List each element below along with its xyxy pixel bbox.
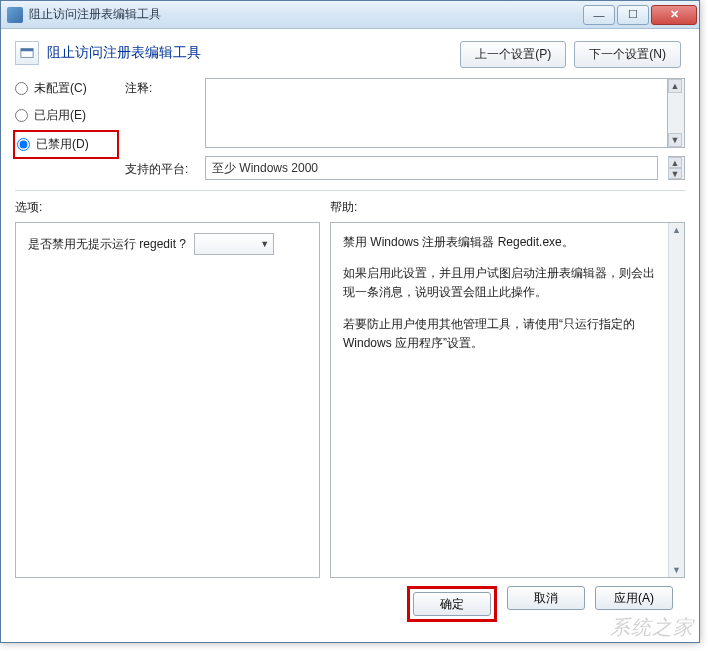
dialog-footer: 确定 取消 应用(A): [15, 578, 685, 632]
options-combobox[interactable]: ▼: [194, 233, 274, 255]
help-paragraph-3: 若要防止用户使用其他管理工具，请使用“只运行指定的 Windows 应用程序”设…: [343, 315, 656, 353]
platform-value: 至少 Windows 2000: [212, 160, 318, 177]
section-labels: 选项: 帮助:: [15, 199, 685, 216]
header-left: 阻止访问注册表编辑工具: [15, 41, 201, 65]
maximize-button[interactable]: ☐: [617, 5, 649, 25]
comment-row: 注释: ▲ ▼: [125, 78, 685, 148]
comment-textarea[interactable]: [205, 78, 668, 148]
comment-wrap: ▲ ▼: [205, 78, 685, 148]
chevron-down-icon: ▼: [260, 239, 269, 249]
meta-column: 注释: ▲ ▼ 支持的平台: 至少 Windows 2000: [125, 78, 685, 180]
scroll-down-icon[interactable]: ▼: [672, 565, 681, 575]
platform-row: 支持的平台: 至少 Windows 2000 ▲ ▼: [125, 156, 685, 180]
radio-enabled-label: 已启用(E): [34, 107, 86, 124]
help-scrollbar[interactable]: ▲ ▼: [668, 223, 684, 577]
separator: [15, 190, 685, 191]
close-button[interactable]: ✕: [651, 5, 697, 25]
scroll-up-icon[interactable]: ▲: [668, 79, 682, 93]
policy-icon: [15, 41, 39, 65]
scroll-down-icon[interactable]: ▼: [668, 133, 682, 147]
header-row: 阻止访问注册表编辑工具 上一个设置(P) 下一个设置(N): [15, 41, 685, 68]
state-radio-group: 未配置(C) 已启用(E) 已禁用(D): [15, 78, 115, 155]
help-panel: 禁用 Windows 注册表编辑器 Regedit.exe。 如果启用此设置，并…: [330, 222, 685, 578]
window-title: 阻止访问注册表编辑工具: [29, 6, 583, 23]
radio-disabled[interactable]: 已禁用(D): [17, 136, 113, 153]
platform-display: 至少 Windows 2000: [205, 156, 658, 180]
policy-title: 阻止访问注册表编辑工具: [47, 44, 201, 62]
options-section-label: 选项:: [15, 199, 330, 216]
radio-disabled-input[interactable]: [17, 138, 30, 151]
radio-disabled-label: 已禁用(D): [36, 136, 89, 153]
app-icon: [7, 7, 23, 23]
radio-enabled[interactable]: 已启用(E): [15, 107, 115, 124]
ok-highlight: 确定: [407, 586, 497, 622]
radio-not-configured-label: 未配置(C): [34, 80, 87, 97]
titlebar: 阻止访问注册表编辑工具 — ☐ ✕: [1, 1, 699, 29]
window-controls: — ☐ ✕: [583, 5, 697, 25]
help-paragraph-1: 禁用 Windows 注册表编辑器 Regedit.exe。: [343, 233, 656, 252]
options-question-row: 是否禁用无提示运行 regedit ? ▼: [28, 233, 307, 255]
help-panel-inner: 禁用 Windows 注册表编辑器 Regedit.exe。 如果启用此设置，并…: [331, 223, 668, 577]
prev-setting-button[interactable]: 上一个设置(P): [460, 41, 566, 68]
help-paragraph-2: 如果启用此设置，并且用户试图启动注册表编辑器，则会出现一条消息，说明设置会阻止此…: [343, 264, 656, 302]
nav-buttons: 上一个设置(P) 下一个设置(N): [460, 41, 681, 68]
selected-highlight: 已禁用(D): [13, 130, 119, 159]
minimize-button[interactable]: —: [583, 5, 615, 25]
ok-button[interactable]: 确定: [413, 592, 491, 616]
apply-button[interactable]: 应用(A): [595, 586, 673, 610]
options-panel: 是否禁用无提示运行 regedit ? ▼: [15, 222, 320, 578]
scroll-up-icon[interactable]: ▲: [668, 157, 682, 168]
svg-rect-1: [21, 49, 33, 52]
cancel-button[interactable]: 取消: [507, 586, 585, 610]
radio-not-configured[interactable]: 未配置(C): [15, 80, 115, 97]
dialog-content: 阻止访问注册表编辑工具 上一个设置(P) 下一个设置(N) 未配置(C) 已启用…: [1, 29, 699, 642]
platform-label: 支持的平台:: [125, 159, 195, 178]
options-panel-inner: 是否禁用无提示运行 regedit ? ▼: [16, 223, 319, 577]
help-section-label: 帮助:: [330, 199, 685, 216]
dialog-window: 阻止访问注册表编辑工具 — ☐ ✕ 阻止访问注册表编辑工具 上一个设置(P) 下…: [0, 0, 700, 643]
scroll-up-icon[interactable]: ▲: [672, 225, 681, 235]
radio-not-configured-input[interactable]: [15, 82, 28, 95]
platform-scrollbar[interactable]: ▲ ▼: [668, 156, 685, 180]
comment-label: 注释:: [125, 78, 195, 148]
policy-config-area: 未配置(C) 已启用(E) 已禁用(D) 注释:: [15, 78, 685, 180]
radio-enabled-input[interactable]: [15, 109, 28, 122]
comment-scrollbar[interactable]: ▲ ▼: [668, 78, 685, 148]
options-question-text: 是否禁用无提示运行 regedit ?: [28, 236, 186, 253]
next-setting-button[interactable]: 下一个设置(N): [574, 41, 681, 68]
panels-row: 是否禁用无提示运行 regedit ? ▼ 禁用 Windows 注册表编辑器 …: [15, 222, 685, 578]
scroll-down-icon[interactable]: ▼: [668, 168, 682, 179]
